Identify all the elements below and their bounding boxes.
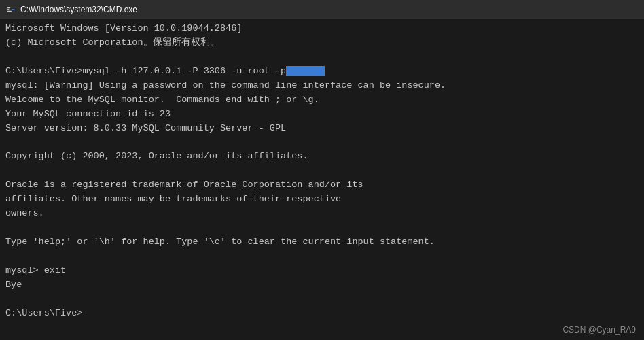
- output-line: owners.: [5, 207, 639, 221]
- title-text: C:\Windows\system32\CMD.exe: [20, 5, 639, 14]
- output-line: Your MySQL connection id is 23: [5, 107, 639, 122]
- empty-line: [5, 135, 639, 150]
- svg-rect-2: [7, 9, 10, 10]
- output-line: affiliates. Other names may be trademark…: [5, 192, 639, 207]
- output-line: Microsoft Windows [Version 10.0.19044.28…: [5, 22, 639, 36]
- title-bar: C:\Windows\system32\CMD.exe: [0, 0, 644, 19]
- cmd-input-line: C:\Users\Five>mysql -h 127.0.0.1 -P 3306…: [5, 65, 639, 79]
- cmd-icon: [5, 4, 16, 15]
- output-line: Bye: [5, 278, 639, 292]
- svg-rect-1: [7, 7, 10, 9]
- svg-rect-3: [7, 11, 12, 12]
- output-line: Oracle is a registered trademark of Orac…: [5, 178, 639, 192]
- output-line: Server version: 8.0.33 MySQL Community S…: [5, 122, 639, 136]
- terminal-body[interactable]: Microsoft Windows [Version 10.0.19044.28…: [0, 19, 644, 340]
- watermark: CSDN @Cyan_RA9: [562, 325, 636, 335]
- output-line: Type 'help;' or '\h' for help. Type '\c'…: [5, 235, 639, 250]
- prompt-line: C:\Users\Five>: [5, 307, 639, 321]
- cmd-window: C:\Windows\system32\CMD.exe Microsoft Wi…: [0, 0, 644, 340]
- output-line: Copyright (c) 2000, 2023, Oracle and/or …: [5, 150, 639, 164]
- empty-line: [5, 250, 639, 264]
- empty-line: [5, 292, 639, 307]
- empty-line: [5, 221, 639, 235]
- empty-line: [5, 50, 639, 65]
- svg-rect-4: [12, 9, 14, 10]
- output-line: Welcome to the MySQL monitor. Commands e…: [5, 93, 639, 107]
- empty-line: [5, 164, 639, 178]
- output-line: mysql> exit: [5, 264, 639, 278]
- output-line: mysql: [Warning] Using a password on the…: [5, 79, 639, 93]
- output-line: (c) Microsoft Corporation。保留所有权利。: [5, 36, 639, 50]
